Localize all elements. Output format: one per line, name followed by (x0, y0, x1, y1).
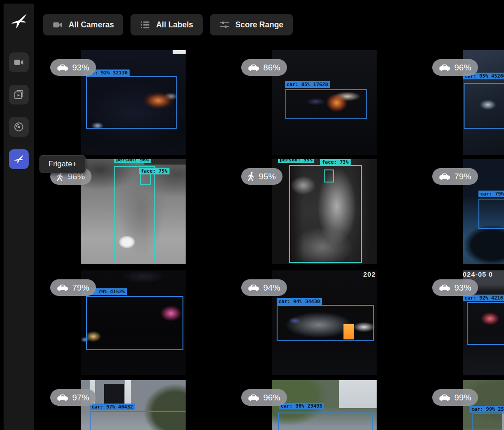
score-badge: 93% (432, 279, 478, 296)
detection-thumbnail[interactable]: 202 car: 94% 34430 (272, 270, 377, 375)
car-icon (57, 284, 68, 291)
detection-box (90, 411, 186, 430)
car-icon (439, 284, 450, 291)
frigate-plus-tooltip: Frigate+ (39, 155, 86, 173)
detection-cell: car: 79% 79% (425, 159, 504, 270)
score-value: 95% (259, 172, 276, 182)
score-value: 99% (454, 393, 471, 403)
detection-box (86, 76, 177, 129)
detection-cell: car: 95% 45260 96% (425, 50, 504, 159)
all-labels-label: All Labels (156, 20, 193, 30)
video-camera-icon (52, 20, 63, 30)
detection-box (464, 83, 504, 129)
frigate-bird-icon (13, 153, 25, 165)
score-value: 79% (72, 283, 89, 293)
detection-thumbnail[interactable]: person: 96% face: 75% (81, 159, 186, 264)
sidebar-item-live[interactable] (9, 52, 29, 72)
score-range-label: Score Range (235, 20, 283, 30)
detection-cell: car: 92% 32130 93% (43, 50, 234, 159)
detection-thumbnail[interactable]: car: 96% 29493 (272, 380, 377, 430)
detection-cell: car: 85% 17628 86% (234, 50, 425, 159)
score-value: 96% (263, 393, 280, 403)
score-value: 86% (263, 63, 280, 73)
car-icon (439, 64, 450, 71)
score-badge: 79% (50, 279, 96, 296)
face-label: face: 73% (320, 159, 351, 165)
disc-icon (13, 122, 24, 132)
detection-cell: person: 96% face: 75% 96% (43, 159, 234, 270)
video-camera-icon (13, 57, 24, 68)
detection-label: car: 99% 25 (469, 406, 504, 413)
detection-label: car: 94% 34430 (277, 298, 322, 305)
detection-cell: car: 96% 29493 96% (234, 380, 425, 430)
score-value: 97% (72, 393, 89, 403)
detection-cell: person: 95% face: 73% 95% (234, 159, 425, 270)
score-value: 94% (263, 283, 280, 293)
score-badge: 94% (241, 279, 287, 296)
car-icon (57, 64, 68, 71)
detection-label: car: 85% 17628 (285, 81, 330, 88)
score-badge: 93% (50, 59, 96, 76)
review-icon (13, 89, 24, 100)
car-icon (439, 394, 450, 401)
detection-cell: car: 79% 41525 79% (43, 270, 234, 380)
all-cameras-button[interactable]: All Cameras (43, 14, 123, 35)
detection-box (285, 89, 367, 119)
score-badge: 95% (241, 168, 282, 185)
sidebar-item-explore[interactable] (9, 117, 29, 137)
detection-label: car: 97% 40432 (90, 404, 135, 410)
timestamp-overlay: 202 (363, 270, 376, 278)
score-badge: 97% (50, 389, 96, 406)
car-icon (439, 173, 450, 180)
detection-label: car: 96% 29493 (279, 403, 324, 409)
detection-thumbnail[interactable]: car: 97% 40432 (81, 380, 186, 430)
detection-box (472, 413, 504, 430)
score-badge: 79% (432, 168, 478, 185)
detection-cell: 024-05 0 car: 92% 4216 93% (425, 270, 504, 380)
score-badge: 96% (432, 59, 478, 76)
person-icon (57, 172, 64, 181)
sliders-icon (219, 20, 230, 30)
score-value: 93% (454, 283, 471, 293)
list-icon (140, 20, 150, 30)
detection-label: car: 79% (478, 191, 504, 197)
detection-cell: 202 car: 94% 34430 94% (234, 270, 425, 380)
face-box (324, 169, 334, 182)
timestamp-overlay: 024-05 0 (463, 270, 493, 278)
all-cameras-label: All Cameras (69, 20, 114, 30)
score-value: 93% (72, 63, 89, 73)
score-range-button[interactable]: Score Range (210, 14, 293, 35)
score-badge: 96% (241, 389, 287, 406)
detection-grid: car: 92% 32130 93% car: 85% 17628 86% ca… (43, 50, 504, 430)
face-label: face: 75% (139, 168, 169, 174)
detection-thumbnail[interactable]: car: 92% 32130 (81, 50, 186, 155)
detection-cell: car: 99% 25 99% (425, 380, 504, 430)
detection-cell: car: 97% 40432 97% (43, 380, 234, 430)
score-value: 96% (454, 63, 471, 73)
score-badge: 99% (432, 389, 478, 406)
score-value: 79% (454, 172, 471, 182)
detection-box (277, 305, 374, 341)
car-icon (248, 394, 259, 401)
detection-label: person: 96% (114, 159, 151, 163)
sidebar-item-review[interactable] (9, 85, 29, 104)
detection-thumbnail[interactable]: car: 85% 17628 (272, 50, 377, 155)
detection-thumbnail[interactable]: car: 79% 41525 (81, 270, 186, 375)
all-labels-button[interactable]: All Labels (130, 14, 203, 35)
detection-box (86, 296, 183, 350)
frigate-logo-icon (9, 12, 28, 30)
car-icon (248, 284, 259, 291)
detection-box (278, 413, 373, 430)
person-icon (248, 172, 255, 181)
sidebar (4, 4, 34, 430)
detection-box (467, 302, 504, 345)
score-badge: 86% (241, 59, 287, 76)
car-icon (57, 394, 68, 401)
filter-bar: All Cameras All Labels Score Range (43, 14, 293, 35)
sidebar-item-frigate-plus[interactable] (9, 149, 29, 169)
car-icon (248, 64, 259, 71)
detection-box (478, 199, 504, 229)
detection-thumbnail[interactable]: person: 95% face: 73% (272, 159, 377, 264)
detection-label: person: 95% (278, 159, 314, 163)
